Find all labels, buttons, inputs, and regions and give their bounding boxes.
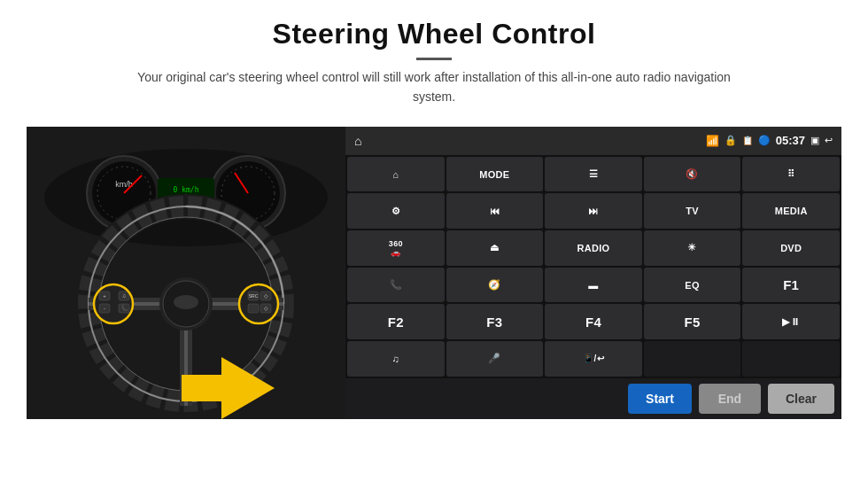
start-button[interactable]: Start [628,384,692,414]
svg-text:0  km/h: 0 km/h [174,186,199,194]
lock-icon: 🔒 [725,135,737,146]
back-icon: ↩ [825,135,833,146]
btn-list[interactable]: ☰ [545,157,642,192]
btn-f1[interactable]: F1 [742,268,840,303]
btn-blank1 [644,341,741,377]
btn-vol-mute[interactable]: 🔇 [644,157,741,192]
btn-blank2 [742,341,840,377]
btn-f3[interactable]: F3 [446,304,544,339]
svg-point-26 [174,295,198,309]
btn-f5[interactable]: F5 [644,304,741,339]
steering-wheel-image: km/h 0 km/h 0°C [27,127,345,419]
btn-nav2[interactable]: 🧭 [446,268,544,303]
btn-nav[interactable]: ⚙ [347,193,445,229]
status-bar: ⌂ 📶 🔒 📋 🔵 05:37 ▣ ↩ [345,127,841,155]
btn-f2[interactable]: F2 [347,304,445,339]
btn-prev[interactable]: ⏮ [446,193,544,229]
btn-f4[interactable]: F4 [545,304,642,339]
page-container: Steering Wheel Control Your original car… [0,0,868,482]
btn-playpause[interactable]: ▶⏸ [742,304,840,339]
end-button[interactable]: End [699,384,761,414]
control-panel: ⌂ 📶 🔒 📋 🔵 05:37 ▣ ↩ [345,127,841,419]
action-bar: Start End Clear [345,378,841,419]
status-left: ⌂ [354,134,361,148]
button-grid: ⌂ MODE ☰ 🔇 ⠿ ⚙ ⏮ ⏭ TV MEDIA 360🚗 ⏏ RADIO… [345,155,841,378]
btn-apps[interactable]: ⠿ [742,157,840,192]
btn-home[interactable]: ⌂ [347,157,445,192]
btn-eq[interactable]: EQ [644,268,741,303]
page-title: Steering Wheel Control [124,18,744,51]
content-row: km/h 0 km/h 0°C [27,127,841,419]
btn-mic[interactable]: 🎤 [446,341,544,377]
btn-phone[interactable]: 📞 [347,268,445,303]
bluetooth-icon: 🔵 [758,135,771,146]
btn-music[interactable]: ♫ [347,341,445,377]
btn-next[interactable]: ⏭ [545,193,642,229]
screen-icon: ▣ [810,135,819,146]
subtitle: Your original car's steering wheel contr… [124,67,744,107]
svg-text:◇: ◇ [264,293,268,299]
btn-media[interactable]: MEDIA [742,193,840,229]
status-right: 📶 🔒 📋 🔵 05:37 ▣ ↩ [706,134,833,147]
clear-button[interactable]: Clear [768,384,834,414]
svg-text:◇: ◇ [264,306,268,311]
btn-mode[interactable]: MODE [446,157,544,192]
btn-screen[interactable]: ▬ [545,268,642,303]
sim-icon: 📋 [742,136,753,145]
svg-text:-: - [104,306,105,311]
svg-text:+: + [103,293,106,299]
btn-radio[interactable]: RADIO [545,230,642,266]
title-section: Steering Wheel Control Your original car… [124,18,744,120]
status-time: 05:37 [776,134,805,147]
btn-cam360[interactable]: 360🚗 [347,230,445,266]
home-status-icon: ⌂ [354,134,361,148]
svg-rect-42 [248,304,259,313]
svg-text:📞: 📞 [121,305,128,312]
btn-brightness[interactable]: ☀ [644,230,741,266]
svg-text:♫: ♫ [122,293,127,299]
btn-eject[interactable]: ⏏ [446,230,544,266]
svg-text:SRC: SRC [249,293,259,299]
btn-dvd[interactable]: DVD [742,230,840,266]
btn-call[interactable]: 📱/↩ [545,341,642,377]
title-divider [416,58,452,60]
wifi-icon: 📶 [706,135,719,147]
btn-tv[interactable]: TV [644,193,741,229]
